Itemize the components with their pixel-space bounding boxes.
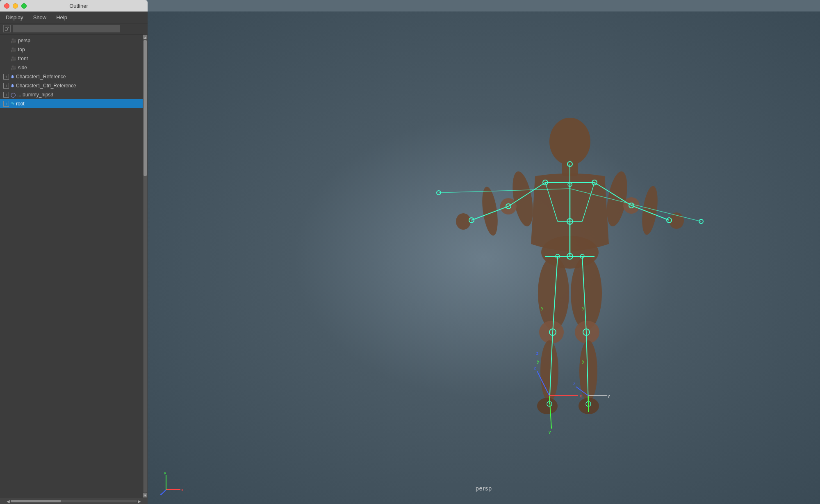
tree-item-label-front: front xyxy=(18,56,28,62)
tree-item-label-side: side xyxy=(18,65,27,71)
tree-item-label-root: root xyxy=(16,101,25,107)
expand-btn-char1ref[interactable]: + xyxy=(3,74,9,80)
search-input[interactable] xyxy=(13,25,120,32)
svg-text:z: z xyxy=(534,365,536,370)
svg-point-19 xyxy=(537,398,558,414)
scroll-down-btn[interactable]: ▼ xyxy=(143,493,147,497)
root-icon: ↷ xyxy=(11,101,14,107)
svg-point-16 xyxy=(575,321,599,344)
tree-item-label-char1ref: Character1_Reference xyxy=(16,74,66,80)
scroll-up-arrow: ▲ xyxy=(144,36,147,39)
scroll-down-arrow: ▼ xyxy=(144,494,147,497)
dummy-icon: ◯ xyxy=(11,92,16,98)
menu-bar: Display Show Help xyxy=(0,12,148,23)
tree-item-top[interactable]: 🎥 top xyxy=(0,45,148,54)
axis-indicator: x y z xyxy=(160,471,184,496)
svg-rect-0 xyxy=(5,28,7,30)
tree-area: 🎥 persp 🎥 top 🎥 front xyxy=(0,34,148,504)
tree-item-front[interactable]: 🎥 front xyxy=(0,54,148,63)
camera-icon-top: 🎥 xyxy=(11,47,16,52)
svg-point-7 xyxy=(480,186,500,237)
expand-btn-dummyhips[interactable]: + xyxy=(3,92,9,98)
svg-text:z: z xyxy=(573,381,576,386)
expand-btn-root[interactable]: + xyxy=(3,101,9,107)
tree-item-persp[interactable]: 🎥 persp xyxy=(0,36,148,45)
svg-text:x: x xyxy=(580,393,582,398)
scroll-right-arrow[interactable]: ▶ xyxy=(137,499,142,504)
svg-text:y: y xyxy=(582,359,584,364)
h-scrollbar-thumb[interactable] xyxy=(11,500,61,502)
tree-item-root[interactable]: + ↷ root xyxy=(0,99,148,108)
tree-item-label-top: top xyxy=(18,47,25,52)
svg-point-17 xyxy=(540,340,558,402)
tree-item-label-char1ctrlref: Character1_Ctrl_Reference xyxy=(16,83,76,89)
h-scrollbar-track xyxy=(11,500,137,502)
svg-point-8 xyxy=(456,213,471,230)
svg-point-6 xyxy=(509,170,537,228)
svg-point-4 xyxy=(549,118,590,165)
tree-item-dummyhips[interactable]: + ◯ ...:dummy_hips3 xyxy=(0,90,148,99)
character-svg: z y x y z y y y z y xyxy=(426,100,713,437)
svg-text:y: y xyxy=(537,359,539,364)
viewport[interactable]: z y x y z y y y z y xyxy=(148,11,820,504)
tree-item-side[interactable]: 🎥 side xyxy=(0,63,148,72)
close-button[interactable] xyxy=(4,3,9,9)
svg-text:z: z xyxy=(160,492,162,496)
vertical-scrollbar[interactable]: ▲ ▼ xyxy=(143,34,148,498)
menu-show[interactable]: Show xyxy=(32,14,48,21)
tree-item-char1ref[interactable]: + ✱ Character1_Reference xyxy=(0,72,148,81)
outliner-panel: Display Show Help 🎥 xyxy=(0,11,148,504)
svg-point-15 xyxy=(539,321,564,344)
svg-text:y: y xyxy=(549,429,551,434)
scroll-up-btn[interactable]: ▲ xyxy=(143,35,147,39)
expand-btn-char1ctrlref[interactable]: + xyxy=(3,83,9,89)
svg-text:x: x xyxy=(181,488,183,492)
search-icon xyxy=(5,27,9,31)
node-icon-char1ref: ✱ xyxy=(11,74,14,80)
svg-point-14 xyxy=(571,256,602,330)
svg-text:y: y xyxy=(541,306,543,310)
main-layout: Display Show Help 🎥 xyxy=(0,11,820,504)
svg-text:y: y xyxy=(582,306,584,310)
window-title: Outliner xyxy=(14,3,144,9)
viewport-label: persp xyxy=(476,485,492,492)
tree-item-label-persp: persp xyxy=(18,38,30,43)
tree-item-label-dummyhips: ...:dummy_hips3 xyxy=(17,92,53,98)
node-icon-char1ctrlref: ✱ xyxy=(11,83,14,89)
character-container: z y x y z y y y z y xyxy=(426,100,713,429)
camera-icon: 🎥 xyxy=(11,38,16,43)
camera-icon-side: 🎥 xyxy=(11,65,16,71)
menu-help[interactable]: Help xyxy=(55,14,69,21)
search-icon-box xyxy=(3,25,11,32)
scroll-track xyxy=(144,40,147,493)
tree-item-char1ctrlref[interactable]: + ✱ Character1_Ctrl_Reference xyxy=(0,81,148,90)
scroll-thumb[interactable] xyxy=(144,40,147,176)
search-bar xyxy=(0,23,148,34)
tree-content: 🎥 persp 🎥 top 🎥 front xyxy=(0,34,148,498)
camera-icon-front: 🎥 xyxy=(11,56,16,62)
title-bar: Outliner xyxy=(0,0,148,11)
axis-svg: x y z xyxy=(160,471,184,496)
svg-text:z: z xyxy=(536,351,538,356)
horizontal-scrollbar: ◀ ▶ xyxy=(0,498,148,504)
svg-text:y: y xyxy=(164,471,166,475)
scroll-left-arrow[interactable]: ◀ xyxy=(6,499,11,504)
svg-text:y: y xyxy=(608,393,610,398)
menu-display[interactable]: Display xyxy=(4,14,25,21)
